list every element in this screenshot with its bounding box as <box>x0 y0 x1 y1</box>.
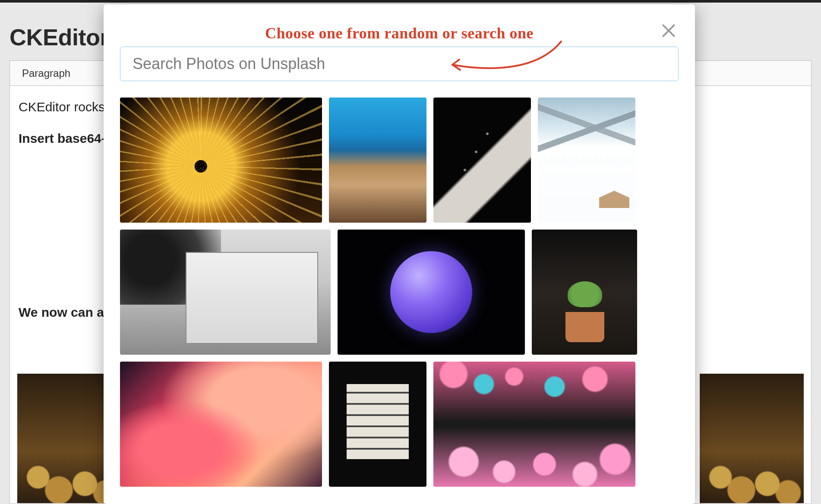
thumb-pink-swirl[interactable] <box>120 362 322 487</box>
thumb-snow-mountain[interactable] <box>538 98 635 223</box>
close-button[interactable] <box>660 22 677 39</box>
annotation-callout: Choose one from random or search one <box>104 24 695 42</box>
search-input[interactable] <box>120 47 679 81</box>
photo-gallery <box>120 98 679 487</box>
thumb-ocean[interactable] <box>329 98 426 223</box>
thumb-cells[interactable] <box>433 362 635 487</box>
thumb-dark-edge[interactable] <box>433 98 531 223</box>
close-icon <box>660 22 677 39</box>
thumb-succulent[interactable] <box>532 230 637 355</box>
thumb-sparks[interactable] <box>120 98 322 223</box>
thumb-neptune[interactable] <box>338 230 525 355</box>
thumb-bw-market[interactable] <box>120 230 331 355</box>
unsplash-modal: Choose one from random or search one <box>104 4 695 504</box>
thumb-dark-window[interactable] <box>329 362 426 487</box>
